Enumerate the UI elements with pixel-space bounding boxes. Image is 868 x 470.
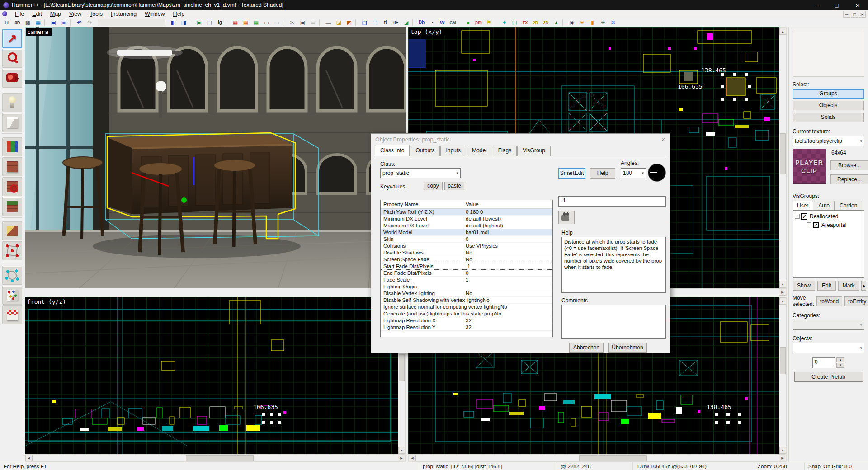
physics-mode-icon[interactable]: pm <box>473 19 484 27</box>
browse-button[interactable]: Browse... <box>830 160 868 170</box>
sprites-3d-icon[interactable]: 3D <box>541 19 551 27</box>
class-combobox[interactable]: prop_static <box>380 168 461 178</box>
wireframe-preview-icon[interactable]: W <box>437 19 448 27</box>
load-window-state-icon[interactable]: ▣ <box>48 19 59 27</box>
save-window-state-icon[interactable]: ▣ <box>59 19 69 27</box>
mdi-close-button[interactable] <box>859 11 866 18</box>
toolbar-button[interactable] <box>70 19 73 26</box>
texture-application-tool[interactable] <box>2 137 22 156</box>
move-up-icon[interactable] <box>861 281 866 291</box>
smartedit-button[interactable]: SmartEdit <box>558 168 585 179</box>
cancel-button[interactable]: Abbrechen <box>569 343 604 352</box>
menu-item[interactable]: Edit <box>28 10 46 18</box>
move-selected-button[interactable]: toWorld <box>816 296 842 306</box>
create-prefab-button[interactable]: Create Prefab <box>794 372 863 382</box>
dialog-close-icon[interactable]: × <box>656 136 670 143</box>
tool-button[interactable] <box>2 217 22 220</box>
object-color-icon[interactable]: ▬ <box>323 19 334 27</box>
replace-button[interactable]: Replace... <box>830 174 868 184</box>
hide-selected-icon[interactable]: ▦ <box>230 19 241 27</box>
copy-icon[interactable]: ▣ <box>297 19 308 27</box>
toolbar-button[interactable] <box>98 19 165 26</box>
sprites-2d-icon[interactable]: 2D <box>530 19 541 27</box>
sprinkle-tool[interactable] <box>2 286 22 305</box>
visgroup-checkbox[interactable] <box>813 222 819 228</box>
snow-particles-icon[interactable]: ❄ <box>608 19 618 27</box>
mdi-restore-button[interactable] <box>851 11 858 18</box>
visgroup-action-button[interactable]: Edit <box>817 281 836 291</box>
select-touching-icon[interactable]: ▢ <box>370 19 380 27</box>
grid-3d-icon[interactable]: 3D <box>12 19 23 27</box>
top-viewport-vscrollbar[interactable] <box>779 27 787 288</box>
scroll-right-icon[interactable] <box>779 455 786 461</box>
paste-button[interactable]: paste <box>444 182 464 190</box>
menu-item[interactable]: Help <box>169 10 189 18</box>
angle-gauge-icon[interactable]: ◔ <box>427 19 437 27</box>
property-row[interactable]: Disable Shadows No <box>381 249 552 256</box>
texture-lock-tl-icon[interactable]: tl <box>380 19 391 27</box>
compile-mode-icon[interactable]: CM <box>448 19 458 27</box>
property-row[interactable]: World Model bar01.mdl <box>381 229 552 236</box>
clipping-tool[interactable] <box>2 221 22 240</box>
toolbar-button[interactable] <box>495 19 498 26</box>
smartedit-value-field[interactable]: -1 <box>558 196 666 207</box>
side-viewport-vscrollbar[interactable] <box>779 297 787 454</box>
apply-button[interactable]: Übernehmen <box>608 343 647 352</box>
property-row[interactable]: Pitch Yaw Roll (Y Z X) 0 180 0 <box>381 209 552 216</box>
property-row[interactable]: End Fade Dist/Pixels 0 <box>381 270 552 277</box>
side-viewport-hscrollbar[interactable] <box>408 454 787 462</box>
instance-collapse-icon[interactable]: ▮ <box>587 19 598 27</box>
morph-tool[interactable] <box>2 266 22 285</box>
dialog-tab[interactable]: Inputs <box>440 146 466 156</box>
redo-icon[interactable]: ↷ <box>85 19 95 27</box>
texture-lock-scale-tl-icon[interactable]: tl+ <box>391 19 401 27</box>
pointfile-icon[interactable]: ⚑ <box>484 19 494 27</box>
visgroup-tab[interactable]: User <box>793 201 813 210</box>
toolbar-button[interactable] <box>355 19 359 26</box>
scroll-down-icon[interactable] <box>779 281 786 288</box>
larger-grid-icon[interactable]: ▦ <box>33 19 43 27</box>
make-hollow-icon[interactable]: ◨ <box>179 19 189 27</box>
toolbar-button[interactable] <box>562 19 566 26</box>
objects-combobox[interactable] <box>793 343 864 353</box>
scroll-left-icon[interactable] <box>25 455 33 461</box>
selection-bounds-icon[interactable]: ▢ <box>509 19 520 27</box>
cordon-icon[interactable]: ▭ <box>261 19 272 27</box>
texture-scale-lock-icon[interactable]: ◩ <box>344 19 354 27</box>
toolbar-button[interactable] <box>319 19 322 26</box>
toolbar-button[interactable] <box>44 19 47 26</box>
scroll-down-icon[interactable] <box>398 446 405 454</box>
select-mode-icon[interactable]: ▢ <box>359 19 370 27</box>
scroll-right-icon[interactable] <box>398 455 405 461</box>
visgroup-tab[interactable]: Auto <box>814 201 835 210</box>
apply-decals-tool[interactable] <box>2 177 22 196</box>
cordon-edit-icon[interactable]: ▭ <box>272 19 282 27</box>
mdi-minimize-button[interactable] <box>843 11 850 18</box>
menu-item[interactable]: File <box>11 10 28 18</box>
select-mode-button[interactable]: Groups <box>793 89 864 99</box>
menu-item[interactable]: Map <box>46 10 65 18</box>
visgroup-action-button[interactable]: Mark <box>838 281 859 291</box>
property-row[interactable]: Lightmap Resolution X 32 <box>381 317 552 324</box>
magnify-tool[interactable] <box>2 49 22 68</box>
dialog-title-bar[interactable]: Object Properties: prop_static × <box>371 134 670 146</box>
property-row[interactable]: Minimum DX Level default (lowest) <box>381 216 552 222</box>
visgroup-item[interactable]: Areaportal <box>794 221 863 229</box>
menu-item[interactable]: View <box>65 10 85 18</box>
texture-combobox[interactable]: tools/toolsplayerclip <box>793 136 864 146</box>
particle-browser-icon[interactable]: FX <box>520 19 530 27</box>
paste-icon[interactable]: ▤ <box>308 19 318 27</box>
spin-down-icon[interactable] <box>836 363 844 368</box>
carve-icon[interactable]: ◧ <box>168 19 179 27</box>
point-camera-button[interactable] <box>558 211 575 224</box>
toolbar-button[interactable] <box>226 19 229 26</box>
property-row[interactable]: Generate (and use) lightmaps for this st… <box>381 310 552 317</box>
property-row[interactable]: Lightmap Resolution Y 32 <box>381 324 552 331</box>
select-mode-button[interactable]: Objects <box>793 101 864 110</box>
smaller-grid-icon[interactable]: ▩ <box>23 19 33 27</box>
dialog-tab[interactable]: Flags <box>493 146 517 156</box>
dialog-tab[interactable]: VisGroup <box>517 146 551 156</box>
apply-texture-tool[interactable] <box>2 157 22 176</box>
hide-unselected-icon[interactable]: ▦ <box>241 19 251 27</box>
show-hidden-icon[interactable]: ▦ <box>251 19 261 27</box>
